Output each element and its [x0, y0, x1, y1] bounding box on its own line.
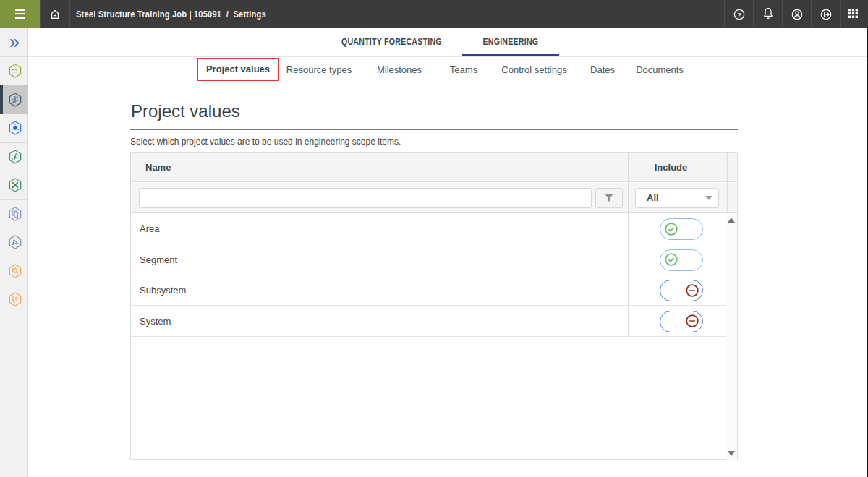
svg-text:?: ? [737, 11, 741, 19]
